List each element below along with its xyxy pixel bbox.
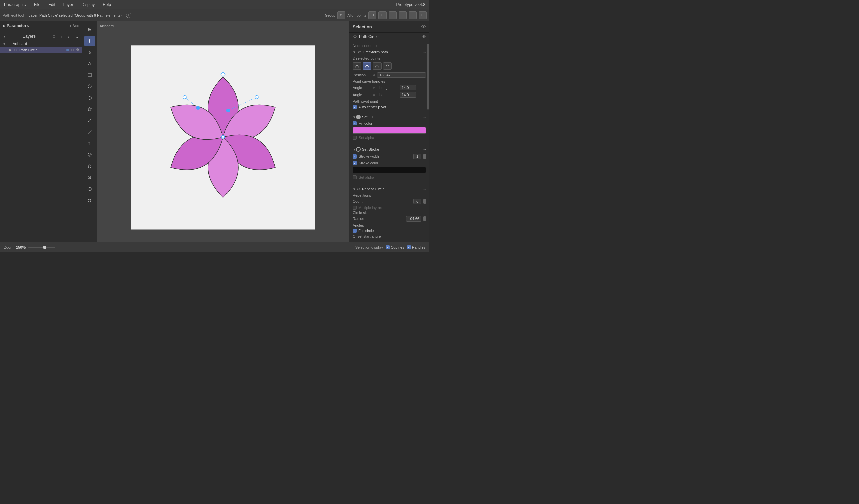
zoom-slider[interactable] [28,247,55,248]
paint-tool-btn[interactable] [84,115,95,126]
point-type-corner-btn[interactable] [383,62,392,70]
main-area: ▶ Parameters + Add ▼ Layers □ ↑ ↓ … ▼ □ [0,21,430,242]
component-tool-btn[interactable] [84,195,95,206]
node-more-btn[interactable]: ··· [423,50,426,54]
stroke-color-checkbox[interactable]: ✓ [353,161,357,165]
svg-point-26 [89,200,90,201]
layer-down-btn[interactable]: ↓ [66,33,72,39]
layer-settings-btn[interactable]: ⚙ [76,48,79,52]
outlines-checkbox[interactable]: ✓ [386,245,390,249]
count-value[interactable]: 6 [413,199,421,204]
stroke-more-btn[interactable]: ··· [423,147,426,152]
angles-label: Angles [353,223,426,227]
artboard-layer-item[interactable]: ▼ □ Artboard [0,41,82,47]
length2-value[interactable]: 14.0 [400,92,417,97]
zoom-group-tool-btn[interactable] [84,172,95,183]
length1-label: Length [379,86,397,90]
align-top-btn[interactable]: ⊥ [398,11,407,19]
angle1-row: Angle ≠ Length 14.0 [353,85,426,91]
rect-tool-btn[interactable] [84,70,95,80]
align-left-btn[interactable]: ⊣ [368,11,376,19]
stroke-width-value[interactable]: 1 [413,154,421,159]
stroke-color-row: ✓ Stroke color [353,161,426,165]
params-add-button[interactable]: + Add [70,24,79,28]
set-alpha-checkbox[interactable] [353,136,357,140]
svg-text:T: T [88,141,90,145]
menu-edit[interactable]: Edit [47,2,57,8]
count-slider[interactable] [423,199,426,204]
info-icon[interactable]: i [126,13,131,18]
select-tool-btn[interactable] [84,24,95,35]
node-type-collapse-btn[interactable]: ▼ [353,50,356,54]
multiple-layers-checkbox[interactable] [353,206,357,210]
path-circle-visibility-btn[interactable]: 👁 [422,34,426,39]
stroke-collapse-btn[interactable]: ▼ [353,148,356,152]
point-type-smooth-btn[interactable] [363,62,372,70]
path-circle-expand-arrow[interactable]: ▶ [10,48,12,52]
length1-value[interactable]: 14.0 [400,85,417,91]
artboard-expand-arrow[interactable]: ▼ [3,42,6,46]
scrollbar[interactable] [427,44,429,110]
node-type-left: ▼ Free-form path [353,50,388,54]
new-layer-btn[interactable]: □ [51,33,57,39]
radius-value[interactable]: 104.66 [406,216,421,221]
artboard-frame[interactable] [131,45,315,230]
node-select-tool-btn[interactable] [84,47,95,58]
layers-collapse-arrow[interactable]: ▼ [3,34,6,38]
layer-options-btn[interactable]: … [73,33,79,39]
line-tool-btn[interactable] [84,127,95,137]
star-tool-btn[interactable] [84,104,95,115]
position-row: Position ≠ 138.47 [353,73,426,78]
menu-layer[interactable]: Layer [62,2,75,8]
fill-more-btn[interactable]: ··· [423,115,426,119]
menu-paragraphic[interactable]: Paragraphic [3,2,27,8]
visibility-toggle-btn[interactable]: 👁 [421,24,426,30]
auto-center-checkbox[interactable]: ✓ [353,105,357,109]
align-center-v-btn[interactable]: ⊣ [409,11,417,19]
artboard-visibility-btn[interactable]: □ [8,42,10,46]
full-circle-checkbox[interactable]: ✓ [353,229,357,233]
stroke-width-checkbox[interactable]: ✓ [353,155,357,158]
artboard-layer-name: Artboard [13,42,27,46]
radius-slider[interactable] [423,217,426,221]
layers-section: ▼ Layers □ ↑ ↓ … ▼ □ Artboard ▶ ⬡ Path C… [0,31,82,242]
menu-display[interactable]: Display [80,2,96,8]
hand-tool-btn[interactable] [84,161,95,172]
svg-point-11 [88,153,91,157]
svg-point-20 [89,190,90,191]
transform-tool-btn[interactable] [84,35,95,46]
repeat-more-btn[interactable]: ··· [423,187,426,191]
stroke-color-swatch[interactable] [353,167,426,173]
position-value[interactable]: 138.47 [377,73,426,78]
repeat-collapse-btn[interactable]: ▼ [353,187,356,191]
pen-tool-btn[interactable] [84,58,95,69]
menu-file[interactable]: File [32,2,42,8]
group-btn[interactable]: □ [337,11,345,19]
fish-eye-tool-btn[interactable] [84,149,95,160]
path-circle-layer-item[interactable]: ▶ ⬡ Path Circle ⚙ [0,47,82,53]
fill-collapse-btn[interactable]: ▼ [353,115,356,119]
menu-bar: Paragraphic File Edit Layer Display Help… [0,0,430,10]
align-right-btn[interactable]: ⊤ [389,11,397,19]
stroke-set-alpha-checkbox[interactable] [353,175,357,179]
canvas-area[interactable]: Artboard [97,21,349,242]
path-circle-left: Path Circle [353,34,379,39]
stroke-width-slider[interactable] [423,154,426,159]
handles-checkbox[interactable]: ✓ [407,245,411,249]
menu-help[interactable]: Help [101,2,112,8]
fill-color-swatch[interactable] [353,127,426,134]
fill-color-checkbox[interactable]: ✓ [353,121,357,125]
point-type-asymm-btn[interactable] [373,62,381,70]
layer-up-btn[interactable]: ↑ [58,33,64,39]
handle-top[interactable] [221,72,225,76]
polygon-tool-btn[interactable] [84,93,95,103]
text-tool-btn[interactable]: T [84,138,95,149]
point-type-sharp-btn[interactable] [353,62,361,70]
selection-header: Selection 👁 [349,21,430,32]
node-group-tool-btn[interactable] [84,184,95,194]
align-bottom-btn[interactable]: ⊢ [419,11,427,19]
ellipse-tool-btn[interactable] [84,81,95,92]
zoom-thumb[interactable] [43,246,46,249]
align-center-h-btn[interactable]: ⊢ [378,11,387,19]
params-toggle[interactable]: ▶ [3,24,5,28]
